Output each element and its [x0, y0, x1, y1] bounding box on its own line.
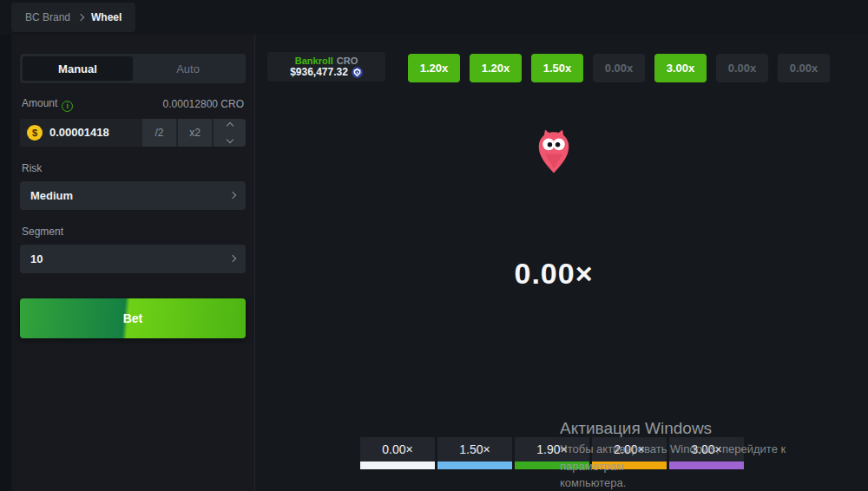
- breadcrumb: BC Brand Wheel: [11, 3, 135, 32]
- segment-color-bar: [437, 462, 512, 469]
- bet-controls-sidebar: Manual Auto Amounti 0.00012800 CRO $ /2 …: [11, 35, 254, 491]
- history-result[interactable]: 0.00x: [716, 54, 768, 82]
- wallet-balance: 0.00012800 CRO: [163, 98, 244, 110]
- risk-label: Risk: [20, 162, 246, 174]
- mode-tabs: Manual Auto: [20, 54, 246, 83]
- history-result[interactable]: 0.00x: [593, 54, 645, 82]
- segment-label: Segment: [20, 226, 246, 238]
- segment-color-bar: [592, 462, 667, 469]
- amount-input[interactable]: [43, 126, 141, 139]
- amount-stepper: [214, 119, 246, 147]
- chevron-up-icon: [226, 121, 233, 128]
- chevron-down-icon: [226, 135, 233, 142]
- bankroll-label: Bankroll: [295, 56, 333, 66]
- bankroll-value: $936,477.32: [290, 67, 348, 77]
- legend-segment: 1.50×: [437, 437, 512, 469]
- history-result[interactable]: 1.20x: [408, 54, 460, 82]
- segments-legend: 0.00× 1.50× 1.90× 2.00× 3.00×: [360, 437, 744, 469]
- bet-button[interactable]: Bet: [20, 298, 246, 338]
- chevron-right-icon: [229, 192, 236, 199]
- history-result[interactable]: 3.00x: [654, 54, 707, 82]
- risk-value: Medium: [30, 189, 73, 202]
- legend-segment: 0.00×: [360, 437, 435, 469]
- current-multiplier: 0.00×: [514, 257, 593, 291]
- amount-header-row: Amounti 0.00012800 CRO: [20, 97, 246, 112]
- legend-segment: 2.00×: [592, 437, 667, 469]
- breadcrumb-brand-link[interactable]: BC Brand: [25, 11, 70, 23]
- legend-segment: 3.00×: [669, 437, 744, 469]
- legend-segment: 1.90×: [515, 437, 589, 469]
- segment-color-bar: [669, 462, 744, 469]
- top-header: BC Brand Wheel: [0, 0, 868, 35]
- stepper-down-button[interactable]: [214, 133, 246, 147]
- info-icon[interactable]: i: [62, 101, 73, 112]
- bankroll-panel[interactable]: Bankroll CRO $936,477.32: [267, 52, 385, 82]
- breadcrumb-chevron-icon: [77, 14, 84, 21]
- double-amount-button[interactable]: x2: [178, 119, 212, 147]
- history-result[interactable]: 1.50x: [531, 54, 583, 82]
- bankroll-currency: CRO: [337, 56, 358, 66]
- owl-icon: [536, 128, 571, 175]
- wheel-game-app: BC Brand Wheel Manual Auto Amounti 0.000…: [0, 0, 868, 491]
- history-result[interactable]: 1.20x: [470, 54, 522, 82]
- amount-label: Amounti: [22, 97, 73, 112]
- game-area: Bankroll CRO $936,477.32 1.20x 1.20x 1.5…: [254, 35, 868, 491]
- segment-select[interactable]: 10: [20, 245, 246, 273]
- amount-input-group: $ /2 x2: [20, 119, 246, 147]
- history-result[interactable]: 0.00x: [778, 54, 830, 82]
- half-amount-button[interactable]: /2: [142, 119, 176, 147]
- risk-select[interactable]: Medium: [20, 181, 246, 210]
- result-history: 1.20x 1.20x 1.50x 0.00x 3.00x 0.00x 0.00…: [408, 54, 830, 82]
- coin-icon: $: [27, 125, 43, 141]
- segment-color-bar: [515, 462, 589, 469]
- stepper-up-button[interactable]: [214, 119, 246, 133]
- cro-coin-icon: [352, 67, 363, 78]
- segment-color-bar: [360, 462, 435, 469]
- tab-manual[interactable]: Manual: [23, 56, 133, 81]
- breadcrumb-current-page: Wheel: [91, 11, 122, 23]
- segment-value: 10: [30, 252, 43, 265]
- tab-auto[interactable]: Auto: [133, 56, 243, 81]
- chevron-right-icon: [229, 255, 236, 262]
